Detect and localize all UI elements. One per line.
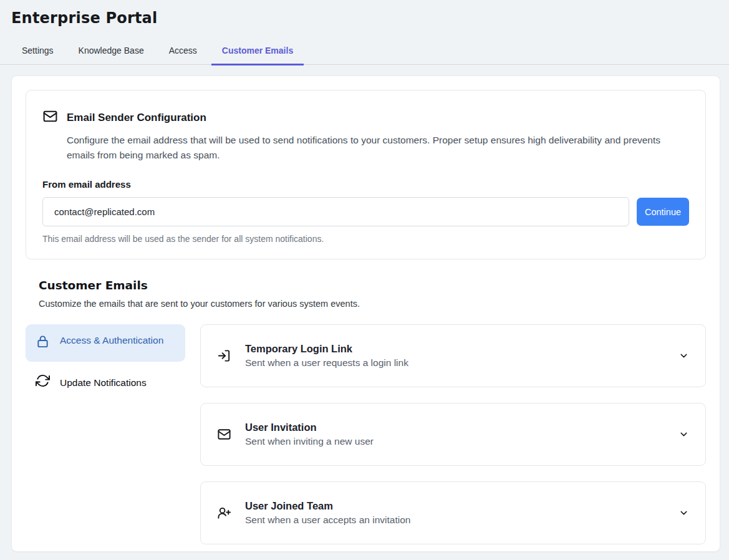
customer-emails-heading: Customer Emails <box>39 279 706 292</box>
email-card-title: User Joined Team <box>245 500 410 512</box>
category-update-notifications[interactable]: Update Notifications <box>26 367 185 399</box>
email-card-title: Temporary Login Link <box>245 343 408 355</box>
log-in-icon <box>217 349 231 363</box>
category-label: Update Notifications <box>60 375 147 391</box>
customer-emails-subtitle: Customize the emails that are sent to yo… <box>39 299 706 309</box>
from-email-input[interactable] <box>42 197 629 226</box>
config-card-title: Email Sender Configuration <box>67 112 206 124</box>
mail-icon <box>42 109 58 127</box>
config-card-description: Configure the email address that will be… <box>67 133 675 163</box>
email-card-user-joined-team[interactable]: User Joined Team Sent when a user accept… <box>200 481 706 544</box>
mail-icon <box>217 427 231 442</box>
chevron-down-icon[interactable] <box>678 350 689 361</box>
refresh-icon <box>36 374 50 393</box>
tab-access[interactable]: Access <box>158 40 208 65</box>
category-access-authentication[interactable]: Access & Authentication <box>26 324 185 362</box>
customer-emails-layout: Access & Authentication Update Notificat… <box>26 324 706 544</box>
user-plus-icon <box>217 506 231 520</box>
email-sender-config-card: Email Sender Configuration Configure the… <box>26 90 706 259</box>
customer-emails-panel: Email Sender Configuration Configure the… <box>11 75 720 552</box>
tab-settings[interactable]: Settings <box>11 40 64 65</box>
category-label: Access & Authentication <box>60 332 163 349</box>
email-card-temporary-login-link[interactable]: Temporary Login Link Sent when a user re… <box>200 324 706 387</box>
email-card-text: User Invitation Sent when inviting a new… <box>245 422 374 447</box>
app-header: Enterprise Portal <box>0 0 729 27</box>
tab-customer-emails[interactable]: Customer Emails <box>211 40 304 65</box>
email-card-title: User Invitation <box>245 422 374 433</box>
email-card-text: User Joined Team Sent when a user accept… <box>245 500 410 526</box>
lock-icon <box>36 332 50 354</box>
chevron-down-icon[interactable] <box>678 429 689 440</box>
email-card-subtitle: Sent when a user requests a login link <box>245 357 408 369</box>
tab-knowledge-base[interactable]: Knowledge Base <box>68 40 155 65</box>
chevron-down-icon[interactable] <box>678 508 689 518</box>
page-title: Enterprise Portal <box>11 9 718 27</box>
tab-bar: Settings Knowledge Base Access Customer … <box>0 40 729 65</box>
config-card-header: Email Sender Configuration <box>42 109 689 127</box>
from-email-label: From email address <box>42 179 689 190</box>
email-card-subtitle: Sent when a user accepts an invitation <box>245 514 410 526</box>
email-card-text: Temporary Login Link Sent when a user re… <box>245 343 408 369</box>
from-email-row: Continue <box>42 197 689 226</box>
email-template-list: Temporary Login Link Sent when a user re… <box>200 324 706 544</box>
email-card-user-invitation[interactable]: User Invitation Sent when inviting a new… <box>200 403 706 466</box>
from-email-helper-text: This email address will be used as the s… <box>42 234 689 244</box>
email-card-subtitle: Sent when inviting a new user <box>245 436 374 447</box>
email-category-list: Access & Authentication Update Notificat… <box>26 324 185 544</box>
continue-button[interactable]: Continue <box>637 198 689 226</box>
